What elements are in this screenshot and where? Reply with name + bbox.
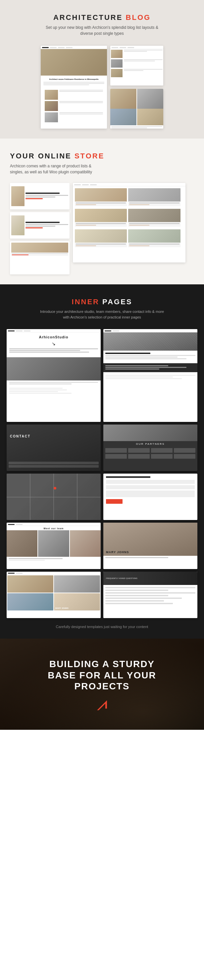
studio-nav-dot-3	[24, 331, 30, 331]
svg-marker-6	[97, 700, 107, 710]
blog-main-screenshot: Architect saves Feldmann Residence in Mi…	[41, 46, 107, 129]
faq-item-4	[105, 595, 168, 596]
partner-logo-4	[174, 448, 195, 453]
inner-pages-section: INNER PAGES Introduce your architecture …	[0, 284, 204, 639]
mary-info	[103, 556, 198, 560]
store-product-price-6	[129, 245, 149, 246]
gallery-item-2	[54, 575, 100, 593]
thumb-6	[111, 69, 123, 77]
form-field-email	[106, 485, 195, 489]
partner-logo-5	[105, 454, 127, 459]
blog-list-item-1	[45, 90, 103, 100]
contact-form-card	[103, 474, 198, 520]
blog-post-title: Architect saves Feldmann Residence in Mi…	[43, 78, 104, 81]
service-lower-2	[105, 377, 173, 377]
store-product-price-4	[129, 225, 149, 226]
product-name-2	[25, 222, 60, 223]
side-line-5	[124, 69, 163, 70]
store-product-name-2	[129, 202, 179, 204]
service-line-2	[105, 356, 177, 358]
form-field-name	[106, 480, 195, 484]
product-info-2	[25, 222, 68, 229]
product-price-2	[25, 228, 43, 228]
blog-list-thumb-2	[45, 101, 58, 111]
building-headline-line1: BUILDING A STURDY	[48, 659, 156, 670]
store-section: YOUR ONLINE STORE Archicon comes with a …	[0, 138, 204, 284]
team-caption-1	[9, 558, 63, 559]
studio-lower-line-2	[9, 383, 71, 385]
studio-lower-line-1	[9, 382, 98, 383]
photo-grid-item-3	[110, 109, 136, 125]
blog-side-screenshot-2	[110, 89, 163, 129]
blog-right-screenshots	[110, 46, 163, 129]
nav-dot-3	[58, 47, 65, 48]
map-background	[6, 474, 101, 520]
list-line-3	[59, 101, 103, 102]
thumb-4	[111, 50, 123, 58]
team-photo-2	[38, 530, 69, 557]
studio-nav-dot-2	[16, 331, 22, 331]
contact-label: CONTACT	[10, 434, 30, 438]
store-product-card-3	[75, 209, 127, 227]
building-section: BUILDING A STURDY BASE FOR ALL YOUR PROJ…	[0, 639, 204, 730]
store-product-info-4	[128, 222, 180, 227]
photo-grid	[110, 89, 163, 109]
map-grid-svg	[6, 474, 101, 520]
store-small-card-3	[10, 241, 70, 274]
gallery-item-1	[7, 575, 53, 593]
service-text	[103, 351, 198, 363]
bullet-2	[9, 390, 67, 390]
blog-post-content: Architect saves Feldmann Residence in Mi…	[41, 76, 107, 126]
store-product-name-3	[76, 223, 126, 224]
blog-subtitle: Set up your new blog with Archicon's spl…	[46, 24, 158, 37]
product-img-2	[11, 215, 25, 235]
blog-line-1	[43, 82, 104, 83]
partner-logo-7	[151, 454, 172, 459]
studio-nav-dot	[8, 331, 14, 331]
arrow-svg	[95, 698, 109, 712]
partner-logo-2	[128, 448, 150, 453]
faq-title-text: FREQUENTLY ASKED QUESTIONS	[106, 578, 138, 579]
inner-pages-subtitle: Introduce your architecture studio, team…	[39, 309, 165, 320]
store-product-price-3	[76, 225, 96, 226]
store-product-price-1	[76, 204, 96, 205]
list-line-1	[59, 90, 103, 91]
store-product-card-2	[128, 188, 180, 206]
partner-logo-3	[151, 448, 172, 453]
nav2-dot-3	[128, 47, 134, 48]
partners-logos-grid	[103, 447, 198, 460]
nav-dot-1	[42, 47, 49, 48]
contact-form-overlay	[9, 462, 99, 468]
store-product-name-6	[129, 243, 179, 245]
service-nav	[103, 329, 198, 332]
building-arrow-icon	[95, 698, 109, 712]
product-img-1	[11, 186, 25, 206]
store-product-img-4	[128, 209, 180, 222]
partner-logo-1	[105, 448, 127, 453]
blog-list-items-2	[110, 49, 163, 78]
blog-section: ARCHITECTURE BLOG Set up your new blog w…	[0, 0, 204, 138]
product-price-1	[25, 198, 43, 199]
store-headline-accent: STORE	[74, 152, 104, 160]
contact-form-field-1	[9, 462, 99, 464]
product-desc-2	[25, 197, 55, 197]
nav2-dot-2	[120, 47, 126, 48]
inner-pages-bottom-text: Carefully designed templates just waitin…	[6, 625, 198, 629]
store-product-card-1	[75, 188, 127, 206]
store-nav-dot-2	[82, 184, 89, 185]
store-product-info-2	[128, 202, 180, 206]
studio-line-2	[9, 350, 80, 351]
service-lower-1	[105, 375, 195, 376]
store-left-column	[10, 183, 70, 274]
store-product-card-5	[75, 229, 127, 247]
gallery-person-name: MARY JOHNS	[55, 607, 68, 609]
inner-headline-accent: INNER	[72, 298, 100, 306]
form-submit-button[interactable]	[106, 499, 123, 504]
map-location-pin	[54, 487, 56, 490]
inner-headline-text: PAGES	[102, 298, 132, 306]
service-card	[103, 329, 198, 422]
faq-item-6	[105, 600, 164, 601]
service-dark-line-3	[105, 369, 159, 369]
store-small-card-2	[10, 212, 70, 239]
gallery-item-3	[7, 593, 53, 611]
